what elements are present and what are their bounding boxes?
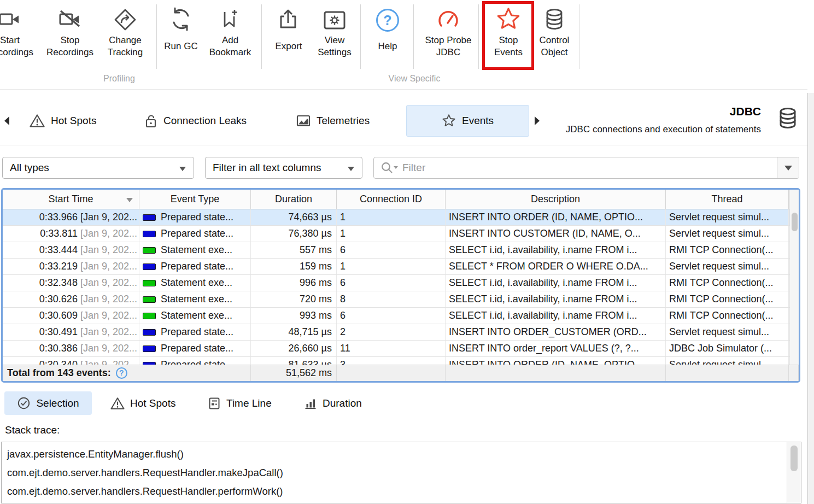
column-header-connection-id[interactable]: Connection ID bbox=[337, 190, 446, 209]
table-row[interactable]: 0:30.491 [Jan 9, 202... Prepared state..… bbox=[3, 324, 799, 341]
table-row[interactable]: 0:30.386 [Jan 9, 202... Prepared state..… bbox=[3, 341, 799, 357]
stop-probe-jdbc-button[interactable]: Stop ProbeJDBC bbox=[417, 0, 479, 71]
chevron-down-icon bbox=[348, 167, 354, 171]
toolbar: StartRecordings StopRecordings ChangeTra… bbox=[0, 0, 814, 89]
tab-hot-spots[interactable]: Hot Spots bbox=[20, 105, 106, 137]
description: SELECT * FROM ORDER O WHERE O.DA... bbox=[446, 259, 666, 274]
description: INSERT INTO order_report VALUES (?, ?... bbox=[446, 341, 666, 356]
event-type-chip bbox=[143, 231, 156, 237]
timeline-doc-icon bbox=[208, 397, 221, 410]
help-question-icon[interactable]: ? bbox=[116, 367, 127, 379]
total-duration: 51,562 ms bbox=[251, 365, 337, 381]
filter-input[interactable] bbox=[402, 158, 774, 178]
column-header-thread[interactable]: Thread bbox=[666, 190, 789, 209]
table-row[interactable]: 0:33.966 [Jan 9, 202... Prepared state..… bbox=[3, 209, 799, 226]
tab-selection[interactable]: Selection bbox=[4, 391, 92, 415]
toolbar-separator bbox=[360, 4, 361, 69]
start-time: 0:33.219 bbox=[39, 261, 78, 272]
tab-connection-leaks[interactable]: Connection Leaks bbox=[134, 105, 256, 137]
filter-column-select[interactable]: Filter in all text columns bbox=[205, 157, 362, 179]
start-time: 0:33.966 bbox=[39, 212, 78, 222]
event-type-select[interactable]: All types bbox=[2, 157, 194, 179]
table-row[interactable]: 0:32.348 [Jan 9, 202... Statement exe...… bbox=[3, 275, 799, 291]
toolbar-divider bbox=[0, 89, 807, 90]
table-row[interactable]: 0:33.219 [Jan 9, 202... Prepared state..… bbox=[3, 259, 799, 275]
event-type-chip bbox=[143, 329, 156, 336]
stack-frame[interactable]: com.ejt.demo.server.handlers.RequestHand… bbox=[2, 464, 778, 482]
add-bookmark-button[interactable]: AddBookmark bbox=[200, 0, 260, 71]
connection-id: 6 bbox=[337, 242, 446, 258]
export-button[interactable]: Export bbox=[264, 0, 313, 71]
gear-frame-icon bbox=[322, 0, 347, 32]
view-subtitle: JDBC connections and execution of statem… bbox=[566, 124, 761, 135]
column-header-start-time[interactable]: Start Time bbox=[3, 190, 139, 209]
table-row[interactable]: 0:33.444 [Jan 9, 202... Statement exe...… bbox=[3, 242, 799, 259]
duration: 993 ms bbox=[251, 308, 337, 324]
start-time: 0:30.609 bbox=[39, 310, 78, 321]
table-scrollbar[interactable] bbox=[789, 190, 799, 365]
event-type: Statement exe... bbox=[161, 310, 232, 321]
filter-history-dropdown[interactable] bbox=[777, 157, 799, 178]
connection-id: 11 bbox=[337, 341, 446, 356]
tab-time-line[interactable]: Time Line bbox=[199, 391, 280, 415]
search-icon bbox=[380, 161, 399, 175]
control-object-button[interactable]: ControlObject bbox=[531, 0, 577, 71]
help-icon: ? bbox=[376, 0, 399, 32]
sort-desc-icon bbox=[126, 198, 133, 202]
description: INSERT INTO ORDER (ID, NAME, OPTIO... bbox=[446, 357, 666, 365]
change-tracking-button[interactable]: ChangeTracking bbox=[95, 0, 155, 71]
window-scrollbar-track[interactable] bbox=[807, 93, 814, 504]
stack-scrollbar[interactable] bbox=[787, 442, 801, 503]
duration: 996 ms bbox=[251, 275, 337, 291]
table-row[interactable]: 0:30.340 [Jan 9, 202... Prepared state..… bbox=[3, 357, 799, 365]
toolbar-group-view-specific: View Specific bbox=[372, 74, 457, 84]
connection-id: 1 bbox=[337, 259, 446, 274]
thread: JDBC Job Simulator (... bbox=[666, 341, 789, 356]
duration: 81,633 µs bbox=[251, 357, 337, 365]
table-row[interactable]: 0:30.626 [Jan 9, 202... Statement exe...… bbox=[3, 291, 799, 308]
lock-icon bbox=[144, 114, 157, 128]
help-button[interactable]: ? Help bbox=[363, 0, 412, 71]
tabs-scroll-left-icon[interactable] bbox=[4, 116, 9, 125]
description: SELECT i.id, i.availability, i.name FROM… bbox=[446, 308, 666, 324]
warning-triangle-icon bbox=[30, 114, 45, 128]
event-type-chip bbox=[143, 313, 156, 319]
description: SELECT i.id, i.availability, i.name FROM… bbox=[446, 291, 666, 307]
tab-events[interactable]: Events bbox=[406, 105, 529, 137]
tab-bottom-hot-spots[interactable]: Hot Spots bbox=[102, 391, 184, 415]
run-gc-button[interactable]: Run GC bbox=[157, 0, 205, 71]
column-header-description[interactable]: Description bbox=[446, 190, 666, 209]
table-scrollbar-thumb[interactable] bbox=[792, 213, 798, 231]
event-type: Prepared state... bbox=[161, 326, 233, 337]
start-time: 0:33.444 bbox=[39, 244, 78, 255]
event-type: Prepared state... bbox=[161, 212, 233, 222]
table-row[interactable]: 0:33.811 [Jan 9, 202... Prepared state..… bbox=[3, 226, 799, 242]
stack-scrollbar-thumb[interactable] bbox=[790, 446, 798, 471]
table-row[interactable]: 0:30.609 [Jan 9, 202... Statement exe...… bbox=[3, 308, 799, 324]
stop-recordings-button[interactable]: StopRecordings bbox=[40, 0, 100, 71]
view-settings-button[interactable]: ViewSettings bbox=[309, 0, 360, 71]
tab-telemetries[interactable]: Telemetries bbox=[286, 105, 379, 137]
gc-recycle-icon bbox=[168, 0, 194, 32]
jdbc-database-icon bbox=[776, 106, 799, 131]
tabs-scroll-right-icon[interactable] bbox=[535, 116, 540, 125]
events-star-icon bbox=[442, 114, 456, 128]
chevron-down-icon bbox=[179, 167, 186, 171]
duration: 48,715 µs bbox=[251, 324, 337, 340]
duration: 26,660 µs bbox=[251, 341, 337, 356]
stack-frame[interactable]: com.ejt.demo.server.handlers.RequestHand… bbox=[2, 482, 778, 501]
video-camera-icon bbox=[0, 0, 22, 32]
event-type: Prepared state... bbox=[161, 343, 233, 354]
start-recordings-button[interactable]: StartRecordings bbox=[0, 0, 40, 71]
total-label: Total from 143 events: bbox=[7, 365, 111, 381]
stack-trace-panel: javax.persistence.EntityManager.flush() … bbox=[1, 442, 801, 503]
event-type: Prepared state... bbox=[161, 228, 233, 239]
column-header-duration[interactable]: Duration bbox=[251, 190, 337, 209]
event-type-chip bbox=[143, 345, 156, 352]
event-type: Prepared state... bbox=[161, 261, 233, 272]
stack-frame[interactable]: javax.persistence.EntityManager.flush() bbox=[2, 445, 778, 464]
gauge-icon bbox=[436, 0, 461, 32]
duration: 557 ms bbox=[251, 242, 337, 258]
column-header-event-type[interactable]: Event Type bbox=[139, 190, 251, 209]
tab-duration[interactable]: Duration bbox=[295, 391, 371, 415]
